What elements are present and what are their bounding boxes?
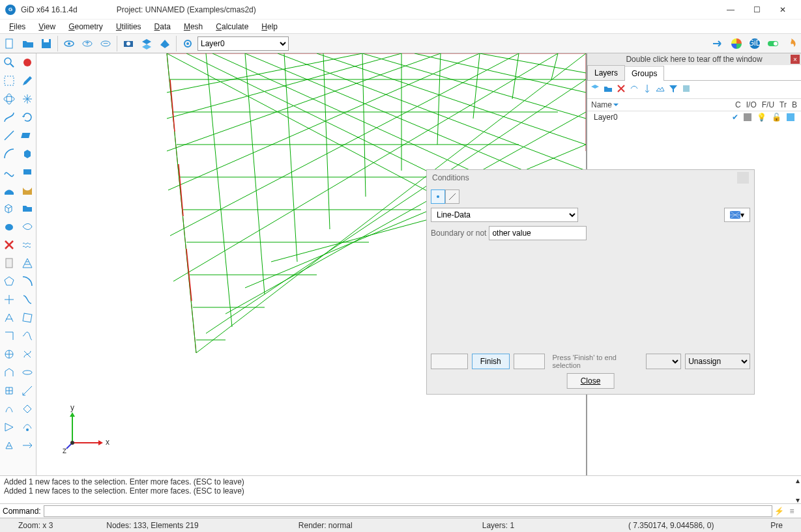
mesh-tool-icon[interactable] xyxy=(18,254,36,272)
waves-icon[interactable] xyxy=(18,236,36,254)
gid-icon[interactable]: GiD xyxy=(746,35,763,52)
tool-j-icon[interactable] xyxy=(18,363,36,382)
tool-p-icon[interactable] xyxy=(18,418,36,436)
dialog-close-icon[interactable] xyxy=(737,172,749,184)
back-swatch[interactable] xyxy=(787,113,794,121)
select-box-icon[interactable] xyxy=(0,72,18,90)
tool-d-icon[interactable] xyxy=(18,309,36,327)
tearoff-hint[interactable]: Double click here to tear off the window… xyxy=(587,53,801,65)
tool-c-icon[interactable] xyxy=(0,309,18,327)
check-icon[interactable]: ✔ xyxy=(732,113,738,122)
tool-g-icon[interactable] xyxy=(0,345,18,363)
selection-dropdown[interactable] xyxy=(646,354,682,369)
pencil-icon[interactable] xyxy=(18,72,36,90)
lock-icon[interactable]: 🔓 xyxy=(772,113,781,122)
zoom-in-icon[interactable]: + xyxy=(79,35,96,52)
arrow-icon[interactable] xyxy=(710,35,727,52)
surface-icon[interactable] xyxy=(0,181,18,199)
minimize-button[interactable]: — xyxy=(718,1,744,19)
zoom-out-icon[interactable]: – xyxy=(97,35,114,52)
new-file-icon[interactable] xyxy=(1,35,18,52)
unassign-dropdown[interactable]: Unassign xyxy=(685,354,750,369)
tool-f-icon[interactable] xyxy=(18,327,36,345)
menu-mesh[interactable]: Mesh xyxy=(177,21,209,33)
toggle-icon[interactable] xyxy=(765,35,781,52)
poly-icon[interactable] xyxy=(0,272,18,290)
menu-files[interactable]: Files xyxy=(3,21,32,33)
col-tr[interactable]: Tr xyxy=(779,100,787,109)
orbit-icon[interactable] xyxy=(0,90,18,108)
close-button[interactable]: Close xyxy=(567,373,615,389)
scroll-up-icon[interactable]: ▴ xyxy=(796,476,800,485)
new-layer-icon[interactable] xyxy=(590,83,600,96)
col-b[interactable]: B xyxy=(792,100,797,109)
wirecube-icon[interactable] xyxy=(0,199,18,217)
maximize-button[interactable]: ☐ xyxy=(744,1,770,19)
tool-b-icon[interactable] xyxy=(18,290,36,309)
wing-icon[interactable] xyxy=(18,217,36,236)
layer-tool-b-icon[interactable] xyxy=(642,83,652,96)
cond-tab-line[interactable] xyxy=(445,189,459,204)
tool-o-icon[interactable] xyxy=(0,418,18,436)
spline-icon[interactable] xyxy=(0,163,18,181)
layer-dropdown[interactable]: Layer0 xyxy=(197,36,289,51)
menu-icon[interactable]: ≡ xyxy=(785,507,798,516)
tool-m-icon[interactable] xyxy=(0,400,18,418)
blob-icon[interactable] xyxy=(0,217,18,236)
menu-calculate[interactable]: Calculate xyxy=(209,21,255,33)
close-button[interactable]: ✕ xyxy=(770,1,796,19)
line-icon[interactable] xyxy=(0,126,18,145)
delete-layer-icon[interactable] xyxy=(616,83,626,96)
bulb-icon[interactable]: 💡 xyxy=(757,113,766,122)
page-icon[interactable] xyxy=(0,254,18,272)
boundary-input[interactable] xyxy=(489,226,587,240)
record-icon[interactable] xyxy=(18,53,36,72)
tool-a-icon[interactable] xyxy=(0,290,18,309)
tool-q-icon[interactable] xyxy=(0,436,18,455)
plane-icon[interactable] xyxy=(18,126,36,145)
save-file-icon[interactable] xyxy=(38,35,55,52)
arc-icon[interactable] xyxy=(0,145,18,163)
open-file-icon[interactable] xyxy=(20,35,36,52)
tool-l-icon[interactable] xyxy=(18,382,36,400)
rect-tool-icon[interactable] xyxy=(18,163,36,181)
snapshot-icon[interactable] xyxy=(120,35,137,52)
bolt-icon[interactable]: ⚡ xyxy=(772,507,785,516)
color-picker[interactable]: ▾ xyxy=(724,208,750,222)
menu-geometry[interactable]: Geometry xyxy=(62,21,109,33)
arc2-icon[interactable] xyxy=(18,272,36,290)
tab-layers[interactable]: Layers xyxy=(587,65,625,80)
blank-button-1[interactable] xyxy=(431,354,468,369)
fire-icon[interactable] xyxy=(783,35,800,52)
cond-tab-point[interactable] xyxy=(431,189,445,204)
layer-row[interactable]: Layer0 ✔ 💡 🔓 xyxy=(587,111,801,123)
folder-icon[interactable] xyxy=(18,199,36,217)
command-input[interactable] xyxy=(44,505,772,517)
condition-type-select[interactable]: Line-Data xyxy=(431,208,578,222)
zoom-icon[interactable] xyxy=(61,35,78,52)
col-io[interactable]: I/O xyxy=(746,100,757,109)
tool-k-icon[interactable] xyxy=(0,382,18,400)
curve-icon[interactable] xyxy=(0,108,18,126)
col-c[interactable]: C xyxy=(735,100,741,109)
col-fu[interactable]: F/U xyxy=(762,100,774,109)
menu-view[interactable]: View xyxy=(32,21,62,33)
color-swatch[interactable] xyxy=(744,113,751,121)
tab-groups[interactable]: Groups xyxy=(624,66,664,81)
menu-help[interactable]: Help xyxy=(255,21,284,33)
finish-button[interactable]: Finish xyxy=(472,354,510,369)
menu-data[interactable]: Data xyxy=(148,21,177,33)
tool-n-icon[interactable] xyxy=(18,400,36,418)
render-icon[interactable] xyxy=(156,35,173,52)
settings-icon[interactable] xyxy=(179,35,196,52)
layer-tool-c-icon[interactable] xyxy=(655,83,665,96)
sparkle-icon[interactable] xyxy=(18,90,36,108)
colorwheel-icon[interactable] xyxy=(728,35,745,52)
cube-icon[interactable] xyxy=(18,145,36,163)
col-name[interactable]: Name xyxy=(591,100,612,109)
tool-h-icon[interactable] xyxy=(18,345,36,363)
blank-button-2[interactable] xyxy=(514,354,545,369)
filter-icon[interactable] xyxy=(668,83,678,96)
tool-r-icon[interactable] xyxy=(18,436,36,455)
folder-layer-icon[interactable] xyxy=(603,83,613,96)
